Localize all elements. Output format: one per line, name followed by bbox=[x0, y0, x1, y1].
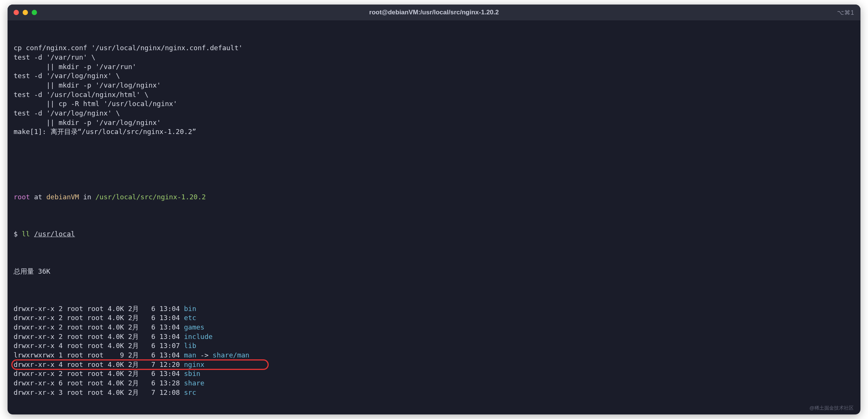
ls-entry-name: sbin bbox=[184, 370, 200, 377]
ls-row: drwxr-xr-x 3 root root 4.0K 2月 7 12:08 s… bbox=[14, 388, 854, 397]
tab-shortcut-hint: ⌥⌘1 bbox=[837, 9, 854, 16]
ls-link-target: share/man bbox=[212, 351, 249, 359]
prompt-user: root bbox=[14, 193, 30, 201]
watermark: @稀土掘金技术社区 bbox=[810, 405, 854, 411]
prompt-path: /usr/local/src/nginx-1.20.2 bbox=[95, 193, 206, 201]
ls-entry-name: include bbox=[184, 333, 212, 340]
ls-entry-name: src bbox=[184, 388, 196, 396]
output-line: make[1]: 离开目录“/usr/local/src/nginx-1.20.… bbox=[14, 127, 854, 137]
ls-row: drwxr-xr-x 4 root root 4.0K 2月 6 13:07 l… bbox=[14, 341, 854, 351]
window-title: root@debianVM:/usr/local/src/nginx-1.20.… bbox=[8, 9, 860, 16]
ls-entry-name: bin bbox=[184, 305, 196, 313]
prompt-host: debianVM bbox=[46, 193, 79, 201]
ls-row: drwxr-xr-x 2 root root 4.0K 2月 6 13:04 b… bbox=[14, 304, 854, 314]
ls-entry-name: nginx bbox=[184, 360, 204, 368]
ls-row: lrwxrwxrwx 1 root root 9 2月 6 13:04 man … bbox=[14, 351, 854, 360]
ls-row: drwxr-xr-x 4 root root 4.0K 2月 7 12:20 n… bbox=[14, 360, 854, 370]
output-line: || cp -R html '/usr/local/nginx' bbox=[14, 99, 854, 109]
ls-row: drwxr-xr-x 2 root root 4.0K 2月 6 13:04 e… bbox=[14, 313, 854, 323]
zoom-icon[interactable] bbox=[32, 10, 37, 15]
terminal-body[interactable]: cp conf/nginx.conf '/usr/local/nginx/ngi… bbox=[8, 20, 860, 414]
output-line: || mkdir -p '/var/log/nginx' bbox=[14, 118, 854, 128]
output-line: test -d '/var/run' \ bbox=[14, 53, 854, 62]
output-line: || mkdir -p '/var/run' bbox=[14, 62, 854, 72]
prompt-line: root at debianVM in /usr/local/src/nginx… bbox=[14, 193, 854, 202]
ls-entry-name: games bbox=[184, 323, 204, 331]
terminal-window: root@debianVM:/usr/local/src/nginx-1.20.… bbox=[8, 5, 860, 414]
output-line: test -d '/var/log/nginx' \ bbox=[14, 109, 854, 118]
close-icon[interactable] bbox=[14, 10, 19, 15]
command-arg: /usr/local bbox=[34, 230, 75, 238]
ls-row: drwxr-xr-x 6 root root 4.0K 2月 6 13:28 s… bbox=[14, 379, 854, 388]
command-name: ll bbox=[22, 230, 30, 238]
ls-row: drwxr-xr-x 2 root root 4.0K 2月 6 13:04 i… bbox=[14, 332, 854, 342]
output-line: cp conf/nginx.conf '/usr/local/nginx/ngi… bbox=[14, 43, 854, 53]
ls-entry-name: lib bbox=[184, 342, 196, 350]
ls-total: 总用量 36K bbox=[14, 267, 854, 276]
output-line: test -d '/var/log/nginx' \ bbox=[14, 71, 854, 81]
ls-entry-name: share bbox=[184, 379, 204, 387]
ls-row: drwxr-xr-x 2 root root 4.0K 2月 6 13:04 g… bbox=[14, 323, 854, 332]
ls-row: drwxr-xr-x 2 root root 4.0K 2月 6 13:04 s… bbox=[14, 369, 854, 379]
output-line: || mkdir -p '/var/log/nginx' bbox=[14, 81, 854, 90]
titlebar: root@debianVM:/usr/local/src/nginx-1.20.… bbox=[8, 5, 860, 20]
command-line: $ ll /usr/local bbox=[14, 230, 854, 239]
window-controls bbox=[14, 10, 37, 15]
build-output: cp conf/nginx.conf '/usr/local/nginx/ngi… bbox=[14, 43, 854, 137]
ls-listing: drwxr-xr-x 2 root root 4.0K 2月 6 13:04 b… bbox=[14, 304, 854, 397]
ls-entry-name: man bbox=[184, 351, 196, 359]
minimize-icon[interactable] bbox=[23, 10, 28, 15]
ls-entry-name: etc bbox=[184, 314, 196, 322]
output-line: test -d '/usr/local/nginx/html' \ bbox=[14, 90, 854, 100]
